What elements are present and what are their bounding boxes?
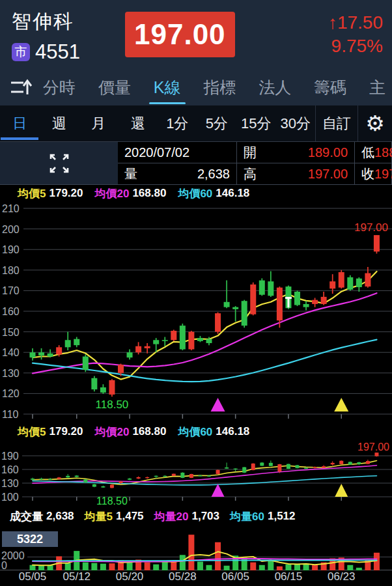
x-axis-date-label: 06/05 — [221, 570, 249, 583]
fullscreen-button[interactable] — [0, 142, 118, 185]
period-bar: 日週月還1分5分15分30分 自訂 ⚙ — [0, 105, 392, 142]
vol-ma60-value: 1,512 — [268, 510, 296, 523]
svg-text:190: 190 — [2, 244, 20, 255]
svg-text:150: 150 — [2, 327, 20, 338]
quote-date: 2020/07/02 — [124, 145, 189, 160]
open-cell: 開189.00 — [237, 142, 355, 163]
last-price: 197.00 — [134, 18, 226, 50]
high-label: 高 — [244, 165, 257, 183]
nav-tab-4[interactable]: 指標 — [203, 69, 236, 105]
period-item-2[interactable]: 週 — [40, 105, 79, 141]
period-item-1[interactable]: 日 — [0, 105, 40, 141]
x-axis-date-label: 05/28 — [169, 570, 197, 583]
vol-ma20-value: 1,703 — [191, 510, 219, 523]
x-axis-labels: 05/0505/1205/2005/2806/0506/1506/23 — [0, 570, 392, 586]
svg-text:118.50: 118.50 — [96, 398, 129, 411]
nav-tab-2[interactable]: 價量 — [98, 69, 131, 105]
vol-ma5-value: 1,475 — [116, 510, 144, 523]
price-box: 197.00 — [125, 12, 235, 57]
expand-arrows-icon — [48, 153, 70, 174]
svg-text:120: 120 — [2, 388, 20, 399]
ma20-label: 均價20 — [94, 186, 129, 201]
ma5-label: 均價5 — [18, 186, 46, 201]
ma-legend-overview: 均價5179.20 均價20168.80 均價60146.18 — [0, 422, 392, 441]
ma60-value: 146.18 — [216, 425, 249, 438]
quote-list-icon[interactable] — [9, 77, 43, 97]
price-change-pct: 9.75% — [328, 35, 383, 58]
svg-text:197.00: 197.00 — [357, 441, 389, 453]
svg-text:110: 110 — [2, 409, 19, 420]
period-item-3[interactable]: 月 — [79, 105, 119, 141]
ma20-label: 均價20 — [94, 425, 129, 440]
close-label: 收 — [361, 165, 374, 183]
nav-tab-1[interactable]: 分時 — [43, 69, 76, 105]
low-label: 低 — [361, 144, 374, 161]
quote-info-grid: 2020/07/02 開189.00 低188.00 量2,638 高197.0… — [0, 142, 392, 185]
volume-chart[interactable]: 532220000 — [0, 526, 392, 570]
header: 智伸科 市 4551 197.00 ↑17.50 9.75% — [0, 0, 392, 69]
total-volume-value: 2,638 — [46, 510, 74, 523]
x-axis-date-label: 05/05 — [19, 570, 47, 583]
nav-tab-list: 分時價量K線指標法人籌碼主 — [43, 69, 385, 105]
svg-text:160: 160 — [1, 464, 19, 475]
x-axis-date-label: 06/23 — [328, 570, 356, 583]
nav-tab-6[interactable]: 籌碼 — [314, 69, 346, 105]
overview-chart[interactable]: 190160130100197.00118.50 — [0, 441, 392, 507]
svg-text:190: 190 — [1, 451, 19, 462]
price-change: ↑17.50 — [328, 11, 383, 35]
period-item-7[interactable]: 15分 — [236, 105, 276, 141]
svg-text:130: 130 — [2, 368, 20, 379]
close-value: 197.00 — [374, 167, 392, 182]
ma60-value: 146.18 — [216, 187, 249, 200]
nav-bar: 分時價量K線指標法人籌碼主 — [0, 69, 392, 105]
open-value: 189.00 — [308, 145, 348, 160]
period-item-6[interactable]: 5分 — [197, 105, 237, 141]
high-cell: 高197.00 — [237, 163, 355, 185]
vol-ma5-label: 均量5 — [85, 509, 113, 524]
svg-text:197.00: 197.00 — [354, 221, 388, 234]
svg-text:130: 130 — [1, 478, 19, 489]
volume-cell: 量2,638 — [118, 163, 237, 185]
ma20-value: 168.80 — [132, 425, 166, 438]
open-label: 開 — [244, 144, 257, 161]
gear-icon[interactable]: ⚙ — [357, 105, 392, 141]
nav-tab-3[interactable]: K線 — [154, 69, 181, 105]
vol-ma60-label: 均量60 — [230, 509, 264, 524]
change-block: ↑17.50 9.75% — [328, 11, 383, 58]
close-cell: 收197.00 — [355, 163, 392, 185]
high-value: 197.00 — [308, 167, 348, 182]
x-axis-date-label: 05/12 — [63, 570, 91, 583]
ma5-value: 179.20 — [49, 425, 83, 438]
change-value: 17.50 — [337, 12, 383, 33]
x-axis-date-label: 06/15 — [275, 570, 303, 583]
stock-name: 智伸科 — [12, 8, 121, 35]
volume-legend: 成交量2,638 均量51,475 均量201,703 均量601,512 — [0, 507, 392, 526]
nav-tab-7[interactable]: 主 — [369, 69, 385, 105]
svg-text:180: 180 — [2, 265, 20, 276]
svg-text:0: 0 — [1, 560, 7, 570]
main-candlestick-chart[interactable]: 210200190180170160150140130120110197.001… — [0, 202, 392, 422]
svg-text:210: 210 — [2, 203, 20, 214]
ma60-label: 均價60 — [178, 186, 212, 201]
custom-period-button[interactable]: 自訂 — [315, 105, 357, 141]
low-value: 188.00 — [374, 145, 392, 160]
stock-code-line: 市 4551 — [12, 40, 121, 64]
period-item-5[interactable]: 1分 — [158, 105, 197, 141]
ma60-label: 均價60 — [178, 425, 212, 440]
up-arrow-icon: ↑ — [328, 12, 337, 33]
nav-tab-5[interactable]: 法人 — [259, 69, 291, 105]
svg-text:200: 200 — [2, 224, 20, 235]
svg-text:5322: 5322 — [17, 533, 43, 546]
period-item-8[interactable]: 30分 — [276, 105, 316, 141]
ma-legend-main: 均價5179.20 均價20168.80 均價60146.18 — [0, 185, 392, 202]
stock-app: 智伸科 市 4551 197.00 ↑17.50 9.75% 分時價量K線指標法… — [0, 0, 392, 586]
market-badge: 市 — [12, 43, 30, 61]
period-item-4[interactable]: 還 — [119, 105, 158, 141]
total-volume-label: 成交量 — [10, 509, 43, 524]
ma5-label: 均價5 — [18, 425, 46, 440]
svg-text:160: 160 — [2, 306, 20, 317]
stock-code: 4551 — [35, 40, 80, 64]
ma20-value: 168.80 — [132, 187, 166, 200]
svg-text:170: 170 — [2, 285, 20, 296]
svg-text:140: 140 — [2, 347, 20, 358]
